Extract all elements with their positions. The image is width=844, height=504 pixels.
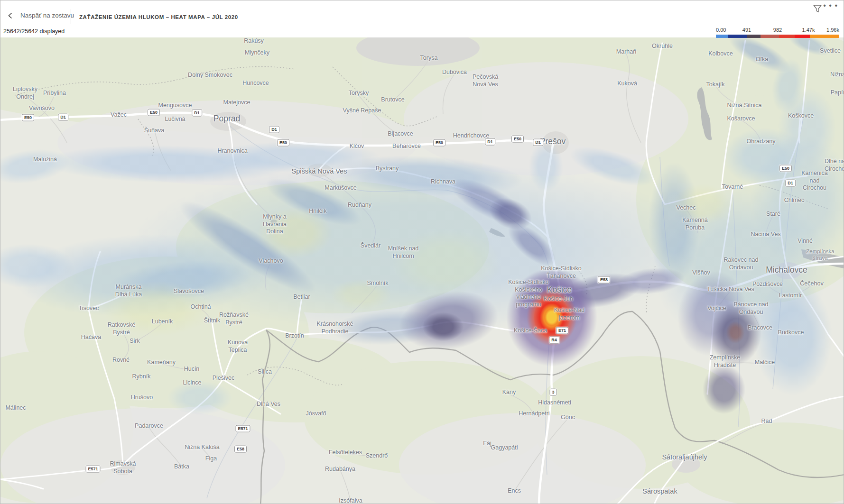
back-to-report-button[interactable]: Naspäť na zostavu: [7, 12, 74, 19]
displayed-count: 25642/25642 displayed: [3, 28, 65, 35]
legend-tick: 982: [773, 27, 782, 33]
legend-tick: 491: [742, 27, 751, 33]
legend-segment: [761, 35, 779, 38]
back-label: Naspäť na zostavu: [20, 12, 74, 19]
powerbi-focus-view: Naspäť na zostavu ZAŤAŽENIE ÚZEMIA HLUKO…: [0, 0, 844, 504]
legend-segment: [716, 35, 728, 38]
legend-ticks: 0.004919821.47k1.96k: [716, 27, 839, 34]
legend-segment: [810, 35, 839, 38]
titlebar-divider: [71, 9, 71, 24]
legend-tick: 1.96k: [826, 27, 839, 33]
heat-legend: 0.004919821.47k1.96k: [716, 27, 839, 38]
legend-segment: [747, 35, 761, 38]
legend-segment: [779, 35, 795, 38]
top-bar: Naspäť na zostavu ZAŤAŽENIE ÚZEMIA HLUKO…: [0, 0, 844, 27]
base-map: [0, 37, 844, 504]
legend-segment: [795, 35, 809, 38]
chevron-left-icon: [7, 12, 14, 19]
legend-tick: 1.47k: [802, 27, 815, 33]
page-title: ZAŤAŽENIE ÚZEMIA HLUKOM – HEAT MAPA – JÚ…: [79, 14, 238, 20]
legend-tick: 0.00: [716, 27, 726, 33]
more-options-icon[interactable]: • • •: [823, 1, 838, 10]
legend-segment: [728, 35, 747, 38]
filter-icon[interactable]: [812, 3, 823, 16]
map-canvas[interactable]: RakúsyMlynčekyDolný SmokovecHuncovceLipt…: [0, 37, 844, 504]
legend-color-bar: [716, 35, 839, 38]
